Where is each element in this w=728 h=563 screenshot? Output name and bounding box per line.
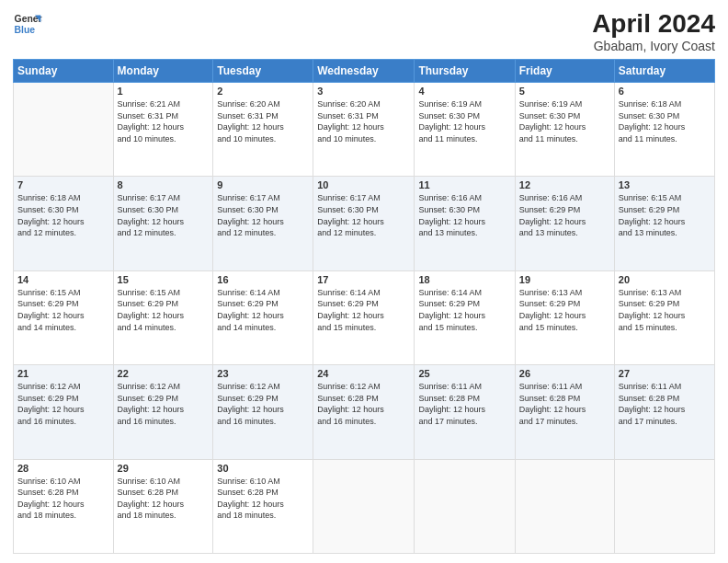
day-info: Sunrise: 6:10 AM Sunset: 6:28 PM Dayligh… (118, 476, 210, 522)
day-number: 25 (418, 368, 510, 379)
day-info: Sunrise: 6:19 AM Sunset: 6:30 PM Dayligh… (418, 98, 510, 144)
day-number: 4 (418, 86, 510, 97)
calendar-cell: 19Sunrise: 6:13 AM Sunset: 6:29 PM Dayli… (515, 270, 614, 364)
day-info: Sunrise: 6:18 AM Sunset: 6:30 PM Dayligh… (619, 98, 711, 144)
calendar-cell: 30Sunrise: 6:10 AM Sunset: 6:28 PM Dayli… (213, 459, 313, 553)
calendar-cell: 25Sunrise: 6:11 AM Sunset: 6:28 PM Dayli… (415, 365, 515, 459)
day-info: Sunrise: 6:12 AM Sunset: 6:28 PM Dayligh… (317, 381, 410, 427)
location: Gbabam, Ivory Coast (592, 39, 715, 53)
calendar-cell: 21Sunrise: 6:12 AM Sunset: 6:29 PM Dayli… (14, 365, 114, 459)
calendar-cell: 16Sunrise: 6:14 AM Sunset: 6:29 PM Dayli… (213, 270, 313, 364)
day-info: Sunrise: 6:17 AM Sunset: 6:30 PM Dayligh… (317, 192, 410, 238)
logo: General Blue (13, 9, 42, 39)
calendar-cell (14, 83, 114, 177)
day-info: Sunrise: 6:12 AM Sunset: 6:29 PM Dayligh… (17, 381, 109, 427)
header-friday: Friday (515, 60, 614, 83)
day-number: 16 (217, 274, 309, 285)
day-info: Sunrise: 6:14 AM Sunset: 6:29 PM Dayligh… (418, 287, 510, 333)
day-header-row: Sunday Monday Tuesday Wednesday Thursday… (14, 60, 715, 83)
calendar-cell (614, 459, 714, 553)
header-monday: Monday (113, 60, 213, 83)
day-info: Sunrise: 6:18 AM Sunset: 6:30 PM Dayligh… (17, 192, 109, 238)
calendar-cell: 15Sunrise: 6:15 AM Sunset: 6:29 PM Dayli… (113, 270, 213, 364)
day-number: 9 (217, 179, 309, 190)
svg-text:Blue: Blue (15, 25, 36, 35)
day-number: 10 (317, 179, 410, 190)
calendar-week-row: 28Sunrise: 6:10 AM Sunset: 6:28 PM Dayli… (14, 459, 715, 553)
header-saturday: Saturday (614, 60, 714, 83)
calendar-cell: 14Sunrise: 6:15 AM Sunset: 6:29 PM Dayli… (14, 270, 114, 364)
calendar-week-row: 14Sunrise: 6:15 AM Sunset: 6:29 PM Dayli… (14, 270, 715, 364)
calendar-cell: 3Sunrise: 6:20 AM Sunset: 6:31 PM Daylig… (313, 83, 415, 177)
day-info: Sunrise: 6:10 AM Sunset: 6:28 PM Dayligh… (217, 476, 309, 522)
calendar-cell: 5Sunrise: 6:19 AM Sunset: 6:30 PM Daylig… (515, 83, 614, 177)
calendar-week-row: 1Sunrise: 6:21 AM Sunset: 6:31 PM Daylig… (14, 83, 715, 177)
day-number: 8 (118, 179, 210, 190)
calendar-cell: 29Sunrise: 6:10 AM Sunset: 6:28 PM Dayli… (113, 459, 213, 553)
day-info: Sunrise: 6:19 AM Sunset: 6:30 PM Dayligh… (519, 98, 610, 144)
day-number: 7 (17, 179, 109, 190)
day-number: 14 (17, 274, 109, 285)
day-info: Sunrise: 6:16 AM Sunset: 6:30 PM Dayligh… (418, 192, 510, 238)
day-number: 5 (519, 86, 610, 97)
title-block: April 2024 Gbabam, Ivory Coast (592, 9, 715, 53)
calendar-week-row: 21Sunrise: 6:12 AM Sunset: 6:29 PM Dayli… (14, 365, 715, 459)
calendar-cell: 17Sunrise: 6:14 AM Sunset: 6:29 PM Dayli… (313, 270, 415, 364)
calendar-cell: 1Sunrise: 6:21 AM Sunset: 6:31 PM Daylig… (113, 83, 213, 177)
month-year: April 2024 (592, 9, 715, 39)
day-info: Sunrise: 6:17 AM Sunset: 6:30 PM Dayligh… (118, 192, 210, 238)
calendar-cell (415, 459, 515, 553)
day-number: 21 (17, 368, 109, 379)
day-number: 6 (619, 86, 711, 97)
day-number: 20 (619, 274, 711, 285)
calendar-cell: 26Sunrise: 6:11 AM Sunset: 6:28 PM Dayli… (515, 365, 614, 459)
header-wednesday: Wednesday (313, 60, 415, 83)
header: General Blue April 2024 Gbabam, Ivory Co… (13, 9, 715, 53)
day-number: 17 (317, 274, 410, 285)
day-info: Sunrise: 6:13 AM Sunset: 6:29 PM Dayligh… (519, 287, 610, 333)
calendar-page: General Blue April 2024 Gbabam, Ivory Co… (0, 0, 728, 563)
day-info: Sunrise: 6:15 AM Sunset: 6:29 PM Dayligh… (619, 192, 711, 238)
day-info: Sunrise: 6:12 AM Sunset: 6:29 PM Dayligh… (118, 381, 210, 427)
calendar-cell: 2Sunrise: 6:20 AM Sunset: 6:31 PM Daylig… (213, 83, 313, 177)
day-number: 15 (118, 274, 210, 285)
day-number: 27 (619, 368, 711, 379)
calendar-cell (313, 459, 415, 553)
calendar-cell: 12Sunrise: 6:16 AM Sunset: 6:29 PM Dayli… (515, 177, 614, 270)
day-number: 24 (317, 368, 410, 379)
day-info: Sunrise: 6:12 AM Sunset: 6:29 PM Dayligh… (217, 381, 309, 427)
header-sunday: Sunday (14, 60, 114, 83)
calendar-table: Sunday Monday Tuesday Wednesday Thursday… (13, 59, 715, 554)
calendar-cell (515, 459, 614, 553)
calendar-cell: 9Sunrise: 6:17 AM Sunset: 6:30 PM Daylig… (213, 177, 313, 270)
calendar-cell: 27Sunrise: 6:11 AM Sunset: 6:28 PM Dayli… (614, 365, 714, 459)
day-number: 22 (118, 368, 210, 379)
day-number: 2 (217, 86, 309, 97)
calendar-cell: 7Sunrise: 6:18 AM Sunset: 6:30 PM Daylig… (14, 177, 114, 270)
day-info: Sunrise: 6:11 AM Sunset: 6:28 PM Dayligh… (619, 381, 711, 427)
day-number: 3 (317, 86, 410, 97)
header-thursday: Thursday (415, 60, 515, 83)
calendar-cell: 24Sunrise: 6:12 AM Sunset: 6:28 PM Dayli… (313, 365, 415, 459)
calendar-cell: 28Sunrise: 6:10 AM Sunset: 6:28 PM Dayli… (14, 459, 114, 553)
day-info: Sunrise: 6:14 AM Sunset: 6:29 PM Dayligh… (317, 287, 410, 333)
day-info: Sunrise: 6:11 AM Sunset: 6:28 PM Dayligh… (519, 381, 610, 427)
day-number: 13 (619, 179, 711, 190)
calendar-cell: 22Sunrise: 6:12 AM Sunset: 6:29 PM Dayli… (113, 365, 213, 459)
day-info: Sunrise: 6:15 AM Sunset: 6:29 PM Dayligh… (17, 287, 109, 333)
calendar-cell: 10Sunrise: 6:17 AM Sunset: 6:30 PM Dayli… (313, 177, 415, 270)
day-info: Sunrise: 6:17 AM Sunset: 6:30 PM Dayligh… (217, 192, 309, 238)
calendar-cell: 4Sunrise: 6:19 AM Sunset: 6:30 PM Daylig… (415, 83, 515, 177)
day-number: 26 (519, 368, 610, 379)
day-number: 30 (217, 463, 309, 474)
day-info: Sunrise: 6:15 AM Sunset: 6:29 PM Dayligh… (118, 287, 210, 333)
day-info: Sunrise: 6:21 AM Sunset: 6:31 PM Dayligh… (118, 98, 210, 144)
day-info: Sunrise: 6:10 AM Sunset: 6:28 PM Dayligh… (17, 476, 109, 522)
calendar-cell: 13Sunrise: 6:15 AM Sunset: 6:29 PM Dayli… (614, 177, 714, 270)
calendar-cell: 20Sunrise: 6:13 AM Sunset: 6:29 PM Dayli… (614, 270, 714, 364)
day-number: 28 (17, 463, 109, 474)
header-tuesday: Tuesday (213, 60, 313, 83)
day-info: Sunrise: 6:14 AM Sunset: 6:29 PM Dayligh… (217, 287, 309, 333)
day-number: 29 (118, 463, 210, 474)
calendar-cell: 8Sunrise: 6:17 AM Sunset: 6:30 PM Daylig… (113, 177, 213, 270)
